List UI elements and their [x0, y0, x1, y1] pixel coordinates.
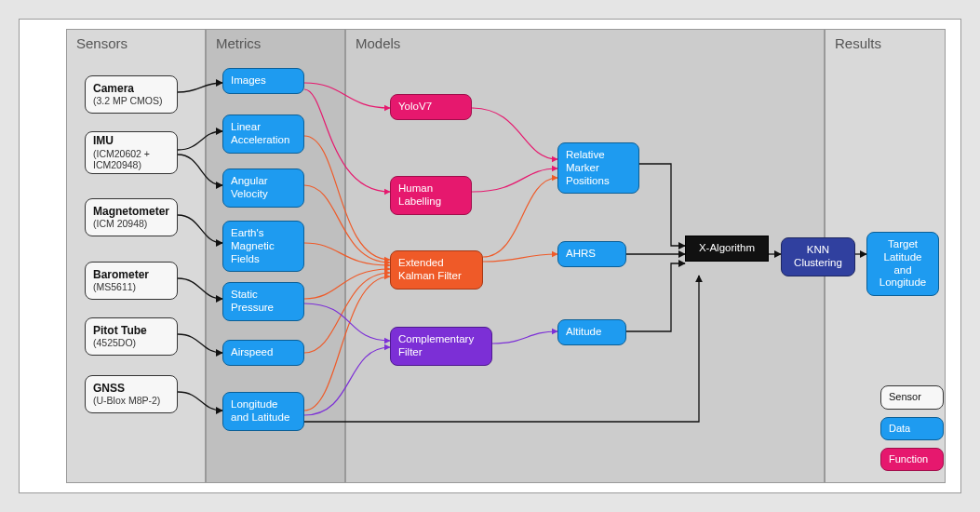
- column-title-metrics: Metrics: [207, 30, 344, 57]
- legend: Sensor Data Function: [880, 385, 944, 478]
- sensor-magnetometer: Magnetometer (ICM 20948): [85, 198, 178, 236]
- model-x-algorithm: X-Algorithm: [685, 236, 769, 262]
- legend-sensor: Sensor: [880, 385, 944, 409]
- sensor-title: Pitot Tube: [93, 324, 169, 337]
- sensor-sub: (3.2 MP CMOS): [93, 95, 169, 107]
- sensor-title: IMU: [93, 134, 169, 147]
- metric-linacc: Linear Acceleration: [222, 115, 304, 154]
- column-title-sensors: Sensors: [67, 30, 205, 57]
- sensor-sub: (U-Blox M8P-2): [93, 395, 169, 407]
- metric-angvel: Angular Velocity: [222, 168, 304, 208]
- metric-lonlat: Longitude and Latitude: [222, 392, 304, 431]
- sensor-barometer: Barometer (MS5611): [85, 262, 178, 300]
- model-ahrs: AHRS: [557, 241, 626, 267]
- metric-pressure: Static Pressure: [222, 282, 304, 321]
- model-yolo: YoloV7: [390, 94, 472, 120]
- sensor-title: Camera: [93, 82, 169, 95]
- model-ekf: Extended Kalman Filter: [390, 250, 483, 290]
- sensor-gnss: GNSS (U-Blox M8P-2): [85, 375, 178, 413]
- model-complementary-filter: Complementary Filter: [390, 327, 492, 366]
- model-human-labelling: Human Labelling: [390, 176, 472, 215]
- legend-function: Function: [880, 448, 944, 471]
- model-rel-marker-pos: Relative Marker Positions: [557, 142, 639, 194]
- column-title-models: Models: [346, 30, 824, 57]
- metric-airspeed: Airspeed: [222, 340, 304, 366]
- sensor-sub: (ICM 20948): [93, 218, 169, 230]
- sensor-sub: (ICM20602 + ICM20948): [93, 148, 169, 171]
- sensor-title: Barometer: [93, 268, 169, 281]
- result-target-latlon: Target Latitude and Longitude: [866, 232, 939, 296]
- sensor-camera: Camera (3.2 MP CMOS): [85, 75, 178, 114]
- sensor-imu: IMU (ICM20602 + ICM20948): [85, 131, 178, 174]
- sensor-sub: (MS5611): [93, 281, 169, 293]
- model-knn-clustering: KNN Clustering: [781, 237, 855, 276]
- column-title-results: Results: [826, 30, 945, 57]
- metric-magfield: Earth's Magnetic Fields: [222, 221, 304, 272]
- sensor-sub: (4525DO): [93, 337, 169, 349]
- sensor-title: Magnetometer: [93, 205, 169, 218]
- model-altitude: Altitude: [557, 319, 626, 345]
- legend-data: Data: [880, 417, 944, 440]
- metric-images: Images: [222, 68, 304, 94]
- sensor-pitot: Pitot Tube (4525DO): [85, 317, 178, 356]
- diagram-canvas: Sensors Metrics Models Results: [19, 19, 961, 493]
- sensor-title: GNSS: [93, 382, 169, 395]
